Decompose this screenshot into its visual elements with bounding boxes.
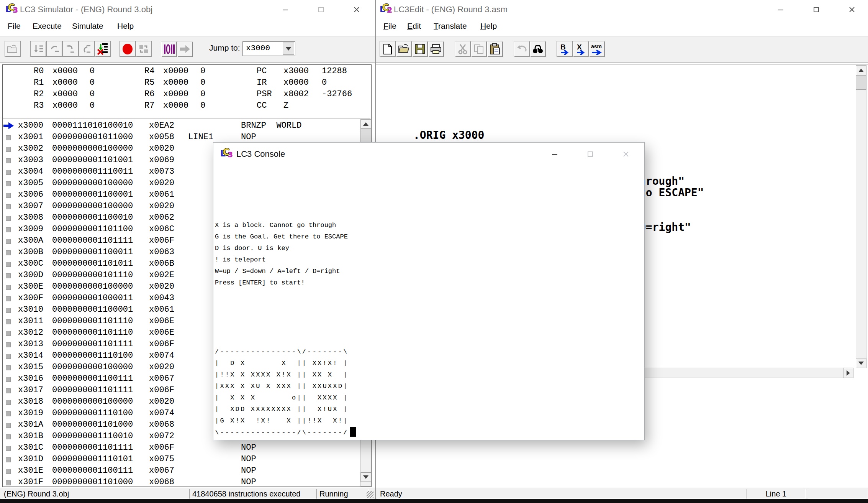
step-once-icon[interactable] bbox=[136, 41, 152, 57]
assemble-icon[interactable]: asm bbox=[589, 41, 605, 57]
undo-icon[interactable] bbox=[514, 41, 530, 57]
close-button[interactable] bbox=[351, 5, 362, 14]
editor-vscroll-thumb[interactable] bbox=[856, 75, 866, 90]
editor-maximize-button[interactable] bbox=[811, 5, 822, 14]
jump-to-value: x3000 bbox=[246, 44, 270, 53]
breakpoint-indicator[interactable] bbox=[6, 400, 11, 405]
stop-icon[interactable] bbox=[120, 41, 136, 57]
breakpoint-indicator[interactable] bbox=[6, 262, 11, 267]
maximize-button[interactable] bbox=[315, 5, 327, 14]
menu-file[interactable]: File bbox=[383, 21, 396, 31]
register-hex-value[interactable]: x3000 bbox=[283, 66, 322, 77]
register-hex-value[interactable]: x0000 bbox=[283, 77, 322, 89]
memory-row-x301E[interactable]: x301E0000000001100111x0067NOP bbox=[3, 465, 359, 477]
breakpoint-indicator[interactable] bbox=[6, 411, 11, 416]
register-hex-value[interactable]: x0000 bbox=[163, 77, 200, 89]
breakpoint-indicator[interactable] bbox=[6, 434, 11, 439]
register-hex-value[interactable]: x0000 bbox=[52, 100, 90, 112]
run-program-icon[interactable] bbox=[30, 41, 46, 57]
menu-execute[interactable]: Execute bbox=[33, 21, 62, 31]
breakpoint-indicator[interactable] bbox=[6, 354, 11, 359]
breakpoint-indicator[interactable] bbox=[6, 250, 11, 255]
save-file-icon[interactable] bbox=[412, 41, 428, 57]
memory-row-x301D[interactable]: x301D0000000001110101x0075NOP bbox=[3, 454, 359, 465]
breakpoint-indicator[interactable] bbox=[6, 457, 11, 462]
menu-file[interactable]: File bbox=[8, 21, 21, 31]
step-over-icon[interactable] bbox=[46, 41, 62, 57]
memory-row-x3000[interactable]: x30000000111010100010x0EA2BRNZP WORLD bbox=[3, 120, 359, 132]
editor-scroll-right[interactable] bbox=[843, 368, 853, 378]
breakpoint-indicator[interactable] bbox=[6, 342, 11, 347]
breakpoint-indicator[interactable] bbox=[6, 296, 11, 301]
breakpoint-indicator[interactable] bbox=[6, 158, 11, 163]
editor-close-button[interactable] bbox=[846, 5, 858, 14]
breakpoint-indicator[interactable] bbox=[6, 365, 11, 370]
editor-scroll-down[interactable] bbox=[856, 358, 866, 368]
memory-scroll-up[interactable] bbox=[360, 119, 371, 129]
resize-grip[interactable] bbox=[367, 491, 373, 498]
breakpoint-indicator[interactable] bbox=[6, 239, 11, 244]
breakpoint-indicator[interactable] bbox=[6, 308, 11, 313]
step-into-icon[interactable] bbox=[62, 41, 79, 57]
memory-scroll-down[interactable] bbox=[360, 472, 371, 482]
register-hex-value[interactable]: Z bbox=[283, 100, 322, 112]
editor-vscrollbar[interactable] bbox=[856, 65, 866, 368]
copy-icon[interactable] bbox=[471, 41, 487, 57]
breakpoint-indicator[interactable] bbox=[6, 446, 11, 451]
breakpoint-indicator[interactable] bbox=[6, 216, 11, 221]
to-hex-icon[interactable]: X bbox=[573, 41, 589, 57]
editor-scroll-up[interactable] bbox=[856, 65, 866, 75]
print-icon[interactable] bbox=[428, 41, 444, 57]
breakpoint-indicator[interactable] bbox=[6, 147, 11, 152]
open-file-icon[interactable] bbox=[5, 41, 21, 57]
register-hex-value[interactable]: x0000 bbox=[52, 77, 90, 89]
menu-help[interactable]: Help bbox=[480, 21, 497, 31]
register-hex-value[interactable]: x0000 bbox=[163, 89, 200, 100]
breakpoint-indicator[interactable] bbox=[6, 423, 11, 428]
breakpoint-indicator[interactable] bbox=[6, 388, 11, 393]
breakpoint-indicator[interactable] bbox=[6, 193, 11, 198]
breakpoint-indicator[interactable] bbox=[6, 273, 11, 278]
editor-minimize-button[interactable] bbox=[775, 5, 786, 14]
register-hex-value[interactable]: x0000 bbox=[163, 100, 200, 112]
register-hex-value[interactable]: x0000 bbox=[52, 66, 90, 77]
menu-translate[interactable]: Translate bbox=[434, 21, 467, 31]
console-maximize-button[interactable] bbox=[585, 150, 596, 158]
find-icon[interactable] bbox=[530, 41, 546, 57]
breakpoint-indicator[interactable] bbox=[6, 331, 11, 336]
menu-edit[interactable]: Edit bbox=[407, 21, 421, 31]
breakpoint-indicator[interactable] bbox=[6, 469, 11, 474]
paste-icon[interactable] bbox=[487, 41, 503, 57]
register-hex-value[interactable]: x0000 bbox=[52, 89, 90, 100]
breakpoint-indicator[interactable] bbox=[6, 135, 11, 140]
cut-icon[interactable] bbox=[455, 41, 471, 57]
console-close-button[interactable] bbox=[620, 150, 632, 158]
clear-breakpoints-icon[interactable] bbox=[95, 41, 111, 57]
breakpoint-indicator[interactable] bbox=[6, 204, 11, 209]
breakpoint-indicator[interactable] bbox=[6, 181, 11, 186]
io-ports-icon[interactable] bbox=[161, 41, 177, 57]
breakpoint-indicator[interactable] bbox=[6, 285, 11, 290]
open-file-icon[interactable] bbox=[396, 41, 412, 57]
breakpoint-indicator[interactable] bbox=[6, 227, 11, 232]
step-out-icon[interactable] bbox=[79, 41, 95, 57]
to-binary-icon[interactable]: B bbox=[557, 41, 573, 57]
register-hex-value[interactable]: x8002 bbox=[283, 89, 322, 100]
register-name: PC bbox=[257, 66, 283, 77]
memory-row-x301F[interactable]: x301F0000000001101000x0068NOP bbox=[3, 477, 359, 487]
menu-simulate[interactable]: Simulate bbox=[72, 21, 103, 31]
new-file-icon[interactable] bbox=[380, 41, 396, 57]
register-hex-value[interactable]: x0000 bbox=[163, 66, 200, 77]
jump-dropdown-button[interactable] bbox=[283, 43, 294, 55]
breakpoint-indicator[interactable] bbox=[6, 170, 11, 175]
minimize-button[interactable] bbox=[280, 5, 291, 14]
breakpoint-indicator[interactable] bbox=[6, 319, 11, 324]
breakpoint-indicator[interactable] bbox=[6, 377, 11, 382]
console-minimize-button[interactable] bbox=[549, 150, 560, 158]
jump-to-combobox[interactable]: x3000 bbox=[242, 41, 295, 56]
memory-row-x301C[interactable]: x301C0000000001101111x006FNOP bbox=[3, 442, 359, 454]
breakpoint-indicator[interactable] bbox=[6, 480, 11, 485]
memory-row-x3001[interactable]: x30010000000001011000x0058LINE1NOP bbox=[3, 132, 359, 143]
continue-icon[interactable] bbox=[177, 41, 193, 57]
menu-help[interactable]: Help bbox=[117, 21, 134, 31]
